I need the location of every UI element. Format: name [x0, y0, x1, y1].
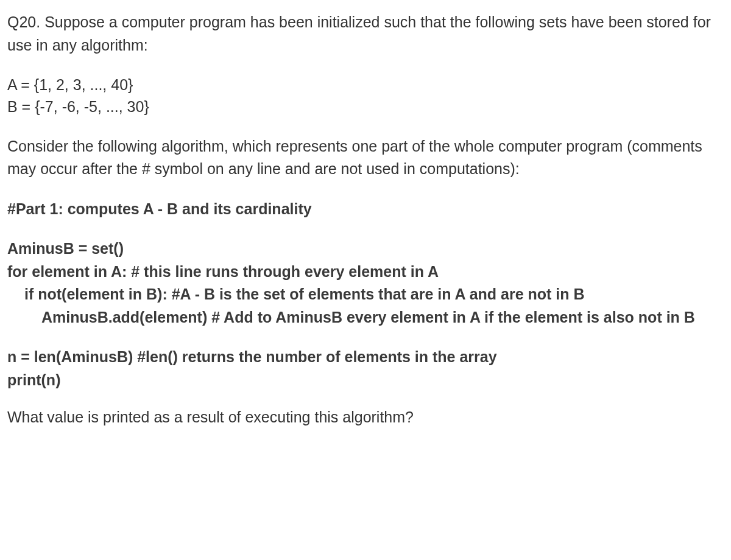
final-question-prompt: What value is printed as a result of exe… — [7, 406, 724, 429]
set-a-definition: A = {1, 2, 3, ..., 40} — [7, 74, 724, 96]
code-line-4: AminusB.add(element) # Add to AminusB ev… — [7, 306, 724, 329]
code-line-1: AminusB = set() — [7, 237, 724, 261]
final-code-block: n = len(AminusB) #len() returns the numb… — [7, 346, 724, 391]
code-line-3: if not(element in B): #A - B is the set … — [7, 283, 724, 306]
code-line-6: print(n) — [7, 369, 724, 392]
part-1-title: #Part 1: computes A - B and its cardinal… — [7, 198, 724, 221]
code-line-5: n = len(AminusB) #len() returns the numb… — [7, 346, 724, 369]
code-line-2: for element in A: # this line runs throu… — [7, 261, 724, 284]
question-intro: Q20. Suppose a computer program has been… — [7, 11, 724, 57]
set-definitions: A = {1, 2, 3, ..., 40} B = {-7, -6, -5, … — [7, 74, 724, 118]
set-b-definition: B = {-7, -6, -5, ..., 30} — [7, 96, 724, 117]
algorithm-intro: Consider the following algorithm, which … — [7, 135, 724, 181]
algorithm-code-block: AminusB = set() for element in A: # this… — [7, 237, 724, 329]
